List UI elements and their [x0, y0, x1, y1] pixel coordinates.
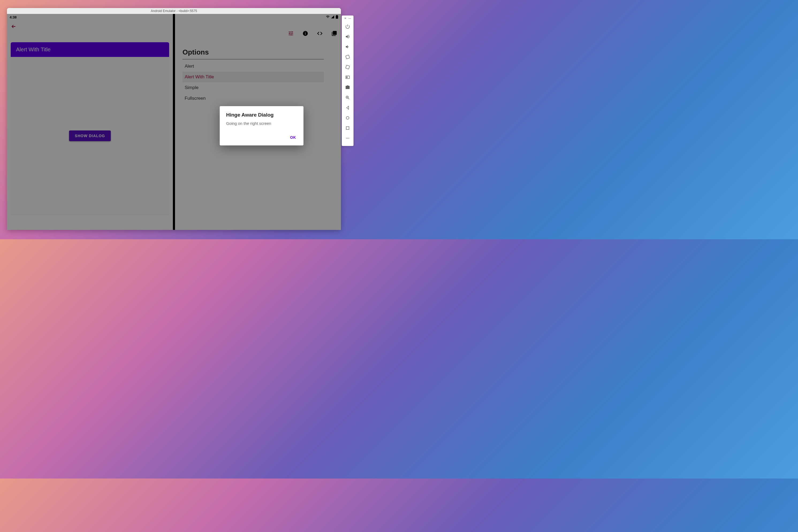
info-icon[interactable]	[303, 31, 308, 36]
nav-handle-right[interactable]	[200, 227, 232, 228]
library-icon[interactable]	[331, 31, 337, 36]
svg-rect-5	[346, 55, 350, 59]
emulator-window: Android Emulator - <build>:5575 4:38 Ale…	[7, 8, 341, 230]
alert-dialog: Hinge Aware Dialog Going on the right sc…	[220, 106, 304, 146]
volume-up-icon[interactable]	[342, 32, 353, 42]
screenshot-gallery-icon[interactable]	[342, 72, 353, 82]
tune-icon[interactable]	[288, 31, 294, 36]
svg-point-12	[346, 138, 347, 138]
option-simple[interactable]: Simple	[182, 82, 324, 93]
status-icons	[326, 15, 338, 20]
svg-point-13	[347, 138, 348, 138]
more-icon[interactable]	[342, 133, 353, 143]
status-time: 4:38	[10, 15, 17, 19]
signal-icon	[331, 15, 334, 20]
svg-point-10	[346, 117, 349, 119]
emulator-toolbar: ✕ —	[342, 16, 353, 146]
left-content-area: SHOW DIALOG	[11, 57, 169, 215]
svg-rect-4	[305, 32, 306, 33]
dialog-message: Going on the right screen	[220, 118, 304, 133]
svg-rect-6	[346, 65, 350, 69]
back-nav-icon[interactable]	[342, 103, 353, 113]
purple-header-title: Alert With Title	[16, 46, 51, 52]
app-bar-right	[175, 27, 341, 40]
device-screen: 4:38 Alert With Title SHOW DIALOG	[7, 14, 341, 230]
dialog-ok-button[interactable]: OK	[287, 133, 299, 142]
svg-rect-3	[305, 33, 306, 35]
option-alert[interactable]: Alert	[182, 61, 324, 72]
battery-icon	[335, 15, 338, 20]
option-alert-with-title[interactable]: Alert With Title	[182, 72, 324, 82]
dialog-title: Hinge Aware Dialog	[220, 112, 304, 118]
rotate-left-icon[interactable]	[342, 52, 353, 62]
code-icon[interactable]	[317, 31, 323, 36]
svg-rect-11	[346, 127, 349, 130]
left-pane: 4:38 Alert With Title SHOW DIALOG	[7, 14, 174, 230]
options-heading: Options	[182, 48, 324, 59]
svg-point-14	[348, 138, 349, 138]
toolbar-minimize-icon[interactable]: —	[348, 17, 351, 20]
dialog-actions: OK	[220, 133, 304, 143]
right-content: Options Alert Alert With Title Simple Fu…	[175, 40, 341, 104]
emulator-title-text: Android Emulator - <build>:5575	[151, 9, 197, 13]
option-fullscreen[interactable]: Fullscreen	[182, 93, 324, 104]
rotate-right-icon[interactable]	[342, 62, 353, 72]
overview-nav-icon[interactable]	[342, 123, 353, 133]
purple-header: Alert With Title	[11, 42, 169, 57]
status-bar-left: 4:38	[7, 14, 173, 20]
emulator-titlebar: Android Emulator - <build>:5575	[7, 8, 341, 14]
status-bar-right	[175, 14, 341, 20]
svg-rect-1	[337, 15, 338, 16]
camera-icon[interactable]	[342, 82, 353, 93]
power-icon[interactable]	[342, 21, 353, 32]
wifi-icon	[326, 15, 330, 20]
svg-rect-0	[336, 15, 338, 18]
zoom-icon[interactable]	[342, 93, 353, 103]
toolbar-close-icon[interactable]: ✕	[344, 17, 346, 20]
app-bar-left	[7, 20, 173, 34]
svg-rect-7	[346, 76, 349, 79]
volume-down-icon[interactable]	[342, 42, 353, 52]
svg-rect-8	[347, 76, 348, 78]
back-arrow-icon[interactable]	[11, 23, 17, 31]
show-dialog-button[interactable]: SHOW DIALOG	[69, 131, 111, 141]
nav-handle-left[interactable]	[69, 227, 101, 228]
home-nav-icon[interactable]	[342, 113, 353, 123]
